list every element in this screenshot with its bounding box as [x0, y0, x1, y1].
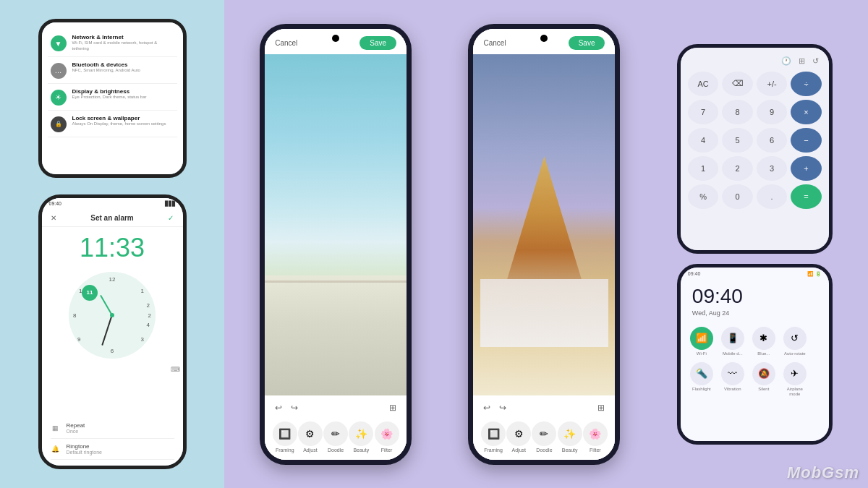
calc-btn-decimal[interactable]: .	[757, 184, 788, 209]
wp-tool-beauty-2[interactable]: ✨ Beauty	[558, 421, 582, 453]
calc-btn-1[interactable]: 1	[688, 156, 719, 181]
wifi-tile-label: Wi-Fi	[688, 351, 715, 356]
autorotate-tile-icon: ↺	[783, 327, 807, 350]
calc-grid-icon[interactable]: ⊞	[799, 56, 805, 66]
settings-item-bluetooth[interactable]: … Bluetooth & devices NFC, Smart Mirrori…	[48, 57, 177, 84]
calc-btn-plusminus[interactable]: +/-	[757, 72, 788, 96]
lock-status-time: 09:40	[688, 271, 701, 277]
lock-tiles-row1: 📶 Wi-Fi 📱 Mobile d... ✱ Blue... ↺ Auto-r…	[681, 322, 829, 361]
alarm-screen: 09:40 ▊▊▊ ✕ Set an alarm ✓ 11:33 12 1 2 …	[42, 198, 183, 466]
panel-left: ▼ Network & Internet Wi-Fi, SIM card & m…	[0, 0, 224, 488]
right-column: 🕐 ⊞ ↺ AC ⌫ +/- ÷ 7 8 9 × 4 5 6 −	[677, 44, 833, 445]
phone-wallpaper-2: Cancel Save ↩ ↪ ⊞ 🔲 Framing	[468, 24, 620, 465]
lock-tile-wifi[interactable]: 📶 Wi-Fi	[688, 327, 715, 356]
network-sub: Wi-Fi, SIM card & mobile network, hotspo…	[72, 40, 174, 52]
watermark: MobGsm	[787, 463, 859, 482]
wp-save-2[interactable]: Save	[569, 36, 605, 50]
lockscreen-title: Lock screen & wallpaper	[72, 115, 174, 121]
repeat-title: Repeat	[67, 422, 174, 429]
lock-date-display: Wed, Aug 24	[681, 309, 829, 322]
calc-screen: 🕐 ⊞ ↺ AC ⌫ +/- ÷ 7 8 9 × 4 5 6 −	[681, 48, 829, 250]
wifi-tile-icon: 📶	[690, 327, 713, 350]
wp-cancel-1[interactable]: Cancel	[275, 39, 297, 47]
calc-btn-equals[interactable]: =	[791, 184, 822, 209]
wp-tool-adjust-1[interactable]: ⚙ Adjust	[298, 421, 323, 453]
alarm-header-title: Set an alarm	[90, 214, 133, 222]
bluetooth-tile-icon: ✱	[752, 327, 775, 350]
alarm-ringtone-row[interactable]: 🔔 Ringtone Default ringtone	[51, 439, 174, 460]
phone-notch-2	[540, 35, 548, 42]
lock-screen: 09:40 📶 🔋 09:40 Wed, Aug 24 📶 Wi-Fi 📱 Mo…	[681, 267, 829, 441]
flashlight-tile-label: Flashlight	[688, 387, 715, 392]
keyboard-icon[interactable]: ⌨	[171, 366, 180, 373]
repeat-icon: ▦	[51, 423, 61, 433]
wp-tool-framing-2[interactable]: 🔲 Framing	[481, 421, 506, 453]
layout-icon-1[interactable]: ⊞	[386, 401, 399, 414]
mobile-tile-icon: 📱	[721, 327, 744, 350]
calc-btn-3[interactable]: 3	[757, 156, 788, 181]
calc-btn-6[interactable]: 6	[757, 128, 788, 153]
bluetooth-tile-label: Blue...	[750, 351, 778, 356]
calc-btn-backspace[interactable]: ⌫	[722, 72, 753, 96]
calc-btn-divide[interactable]: ÷	[791, 72, 822, 96]
bluetooth-title: Bluetooth & devices	[72, 61, 174, 68]
wp-image-2	[473, 54, 615, 395]
lockscreen-sub: Always On Display, theme, home screen se…	[72, 121, 174, 127]
display-sub: Eye Protection, Dark theme, status bar	[72, 95, 174, 100]
calc-btn-8[interactable]: 8	[722, 100, 753, 124]
lock-tile-silent[interactable]: 🔕 Silent	[750, 362, 778, 397]
lock-tile-airplane[interactable]: ✈ Airplane mode	[781, 362, 809, 397]
alarm-status-signal: ▊▊▊	[165, 201, 176, 207]
alarm-check-icon[interactable]: ✓	[168, 214, 174, 222]
repeat-sub: Once	[67, 429, 174, 434]
calc-btn-minus[interactable]: −	[791, 128, 822, 153]
wp-save-1[interactable]: Save	[359, 36, 396, 50]
layout-icon-2[interactable]: ⊞	[595, 401, 608, 414]
wp-tool-beauty-1[interactable]: ✨ Beauty	[349, 421, 373, 453]
flashlight-tile-icon: 🔦	[690, 362, 713, 385]
calc-btn-multiply[interactable]: ×	[791, 100, 822, 124]
calc-btn-4[interactable]: 4	[688, 128, 719, 153]
lock-tile-flashlight[interactable]: 🔦 Flashlight	[688, 362, 715, 397]
calc-refresh-icon[interactable]: ↺	[812, 56, 819, 66]
phone-settings: ▼ Network & Internet Wi-Fi, SIM card & m…	[38, 19, 187, 178]
lock-tile-vibration[interactable]: 〰 Vibration	[719, 362, 746, 397]
wp-cancel-2[interactable]: Cancel	[483, 39, 506, 47]
display-icon: ☀	[51, 90, 67, 106]
alarm-close-icon[interactable]: ✕	[51, 214, 56, 222]
settings-item-network[interactable]: ▼ Network & Internet Wi-Fi, SIM card & m…	[48, 30, 177, 57]
calc-btn-ac[interactable]: AC	[688, 72, 719, 96]
redo-icon-1[interactable]: ↪	[288, 401, 301, 414]
calc-btn-0[interactable]: 0	[722, 184, 753, 209]
wallpaper-screen-1: Cancel Save ↩ ↪ ⊞ 🔲 Framing	[265, 29, 407, 460]
calc-history-icon[interactable]: 🕐	[781, 56, 791, 66]
lockscreen-icon: 🔒	[51, 116, 67, 132]
undo-icon-2[interactable]: ↩	[480, 401, 493, 414]
lock-status-bar: 09:40 📶 🔋	[681, 267, 829, 281]
redo-icon-2[interactable]: ↪	[496, 401, 509, 414]
wp-tool-doodle-1[interactable]: ✏ Doodle	[323, 421, 348, 453]
bluetooth-icon: …	[51, 63, 67, 79]
wp-tool-doodle-2[interactable]: ✏ Doodle	[532, 421, 556, 453]
calc-btn-plus[interactable]: +	[791, 156, 822, 181]
silent-tile-label: Silent	[750, 387, 778, 392]
network-title: Network & Internet	[72, 34, 174, 40]
undo-icon-1[interactable]: ↩	[272, 401, 285, 414]
wp-tool-framing-1[interactable]: 🔲 Framing	[273, 421, 297, 453]
calc-btn-2[interactable]: 2	[722, 156, 753, 181]
wp-tool-filter-1[interactable]: 🌸 Filter	[375, 421, 399, 453]
calc-btn-5[interactable]: 5	[722, 128, 753, 153]
lock-tile-autorotate[interactable]: ↺ Auto-rotate	[781, 327, 809, 356]
wp-tool-adjust-2[interactable]: ⚙ Adjust	[506, 421, 531, 453]
settings-item-lockscreen[interactable]: 🔒 Lock screen & wallpaper Always On Disp…	[48, 111, 177, 137]
alarm-repeat-row[interactable]: ▦ Repeat Once	[51, 418, 174, 439]
settings-item-display[interactable]: ☀ Display & brightness Eye Protection, D…	[48, 84, 177, 111]
phone-wallpaper-1: Cancel Save ↩ ↪ ⊞ 🔲 Framing	[260, 24, 412, 465]
lock-tile-mobile[interactable]: 📱 Mobile d...	[719, 327, 746, 356]
wp-tool-filter-2[interactable]: 🌸 Filter	[583, 421, 608, 453]
calc-btn-percent[interactable]: %	[688, 184, 719, 209]
airplane-tile-icon: ✈	[783, 362, 807, 385]
calc-btn-7[interactable]: 7	[688, 100, 719, 124]
lock-tile-bluetooth[interactable]: ✱ Blue...	[750, 327, 778, 356]
calc-btn-9[interactable]: 9	[757, 100, 788, 124]
